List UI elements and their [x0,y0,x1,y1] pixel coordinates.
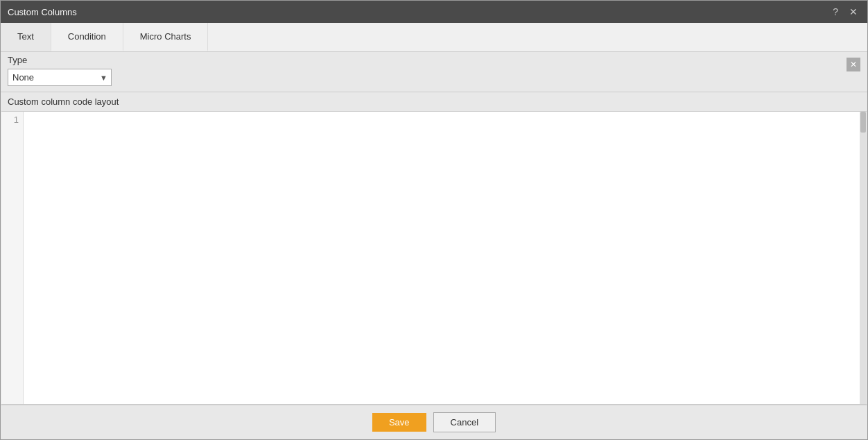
clear-button[interactable]: ✕ [847,58,860,71]
code-section: Custom column code layout 1 [1,92,867,405]
type-row: None Text Number Date ▼ [8,69,860,86]
type-select[interactable]: None Text Number Date [8,69,112,86]
tab-micro-charts[interactable]: Micro Charts [123,23,209,51]
code-editor-wrapper: 1 [1,111,867,405]
title-bar-buttons: ? ✕ [830,6,860,18]
custom-columns-dialog: Custom Columns ? ✕ Text Condition Micro … [0,0,868,440]
close-button[interactable]: ✕ [847,6,860,18]
cancel-button[interactable]: Cancel [433,412,496,432]
tab-text[interactable]: Text [1,23,51,51]
line-numbers: 1 [1,112,24,404]
help-button[interactable]: ? [830,6,841,18]
content-area: Type None Text Number Date ▼ ✕ Custom co… [1,52,867,405]
save-button[interactable]: Save [372,413,426,432]
tab-condition[interactable]: Condition [51,23,123,51]
dialog-title: Custom Columns [8,7,830,17]
title-bar: Custom Columns ? ✕ [1,1,867,23]
footer: Save Cancel [1,405,867,439]
type-select-wrapper: None Text Number Date ▼ [8,69,112,86]
scrollbar-thumb [860,112,866,133]
scrollbar-track[interactable] [860,112,867,404]
code-label: Custom column code layout [1,92,867,111]
type-label: Type [8,55,27,65]
code-editor[interactable] [24,112,860,404]
type-section: Type None Text Number Date ▼ ✕ [1,52,867,92]
tabs-bar: Text Condition Micro Charts [1,23,867,52]
line-number-1: 1 [6,115,19,125]
